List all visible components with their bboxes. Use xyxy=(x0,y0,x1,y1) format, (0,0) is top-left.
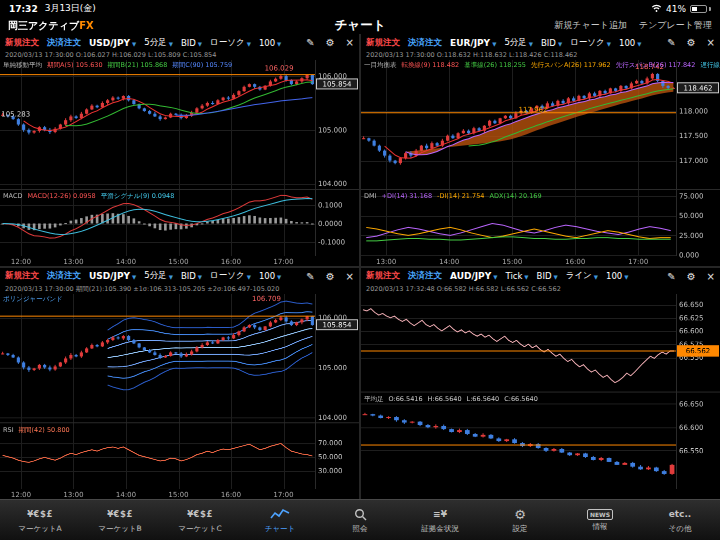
chart-style-dropdown[interactable]: ローソク▼ xyxy=(570,37,611,49)
tab-market-b[interactable]: ¥€$£ マーケットB xyxy=(80,500,160,540)
ohlc-info: 2020/03/13 17:30:00 O:118.632 H:118.632 … xyxy=(361,51,720,60)
tab-news[interactable]: NEWS 情報 xyxy=(560,500,640,540)
price-type-value: BID xyxy=(537,271,552,281)
chart-area[interactable]: 平均足O:66.5416H:66.5640L:66.5640C:66.5640 xyxy=(361,294,720,500)
template-manage-button[interactable]: テンプレート管理 xyxy=(639,19,712,32)
panel-close-icon[interactable]: × xyxy=(707,271,715,282)
add-chart-button[interactable]: 新規チャート追加 xyxy=(554,19,627,32)
timeframe-dropdown[interactable]: 5分足▼ xyxy=(504,37,533,49)
currency-icon: ¥€$£ xyxy=(107,507,133,522)
panel-close-icon[interactable]: × xyxy=(346,37,354,48)
price-type-dropdown[interactable]: BID▼ xyxy=(181,38,202,48)
panel-settings-icon[interactable]: ⚙ xyxy=(326,271,335,282)
price-type-dropdown[interactable]: BID▼ xyxy=(537,271,558,281)
chart-style-dropdown[interactable]: ライン▼ xyxy=(566,270,598,282)
panel-settings-icon[interactable]: ⚙ xyxy=(687,37,696,48)
chevron-down-icon: ▼ xyxy=(277,274,281,280)
clock: 17:32 xyxy=(9,4,38,14)
bar-count-dropdown[interactable]: 100▼ xyxy=(259,271,281,281)
style-value: ローソク xyxy=(210,270,245,282)
battery-percent: 41% xyxy=(666,4,686,14)
chevron-down-icon: ▼ xyxy=(247,40,251,46)
chart-style-dropdown[interactable]: ローソク▼ xyxy=(210,37,251,49)
new-order-link[interactable]: 新規注文 xyxy=(5,270,39,282)
close-order-link[interactable]: 決済注文 xyxy=(408,270,442,282)
chart-style-dropdown[interactable]: ローソク▼ xyxy=(210,270,251,282)
tab-label: マーケットC xyxy=(178,524,221,534)
new-order-link[interactable]: 新規注文 xyxy=(5,37,39,49)
price-type-value: BID xyxy=(181,271,196,281)
timeframe-value: Tick xyxy=(505,271,522,281)
battery-cap xyxy=(709,7,711,11)
chart-canvas[interactable] xyxy=(0,294,359,500)
tab-margin-status[interactable]: ≡¥ 証拠金状況 xyxy=(400,500,480,540)
tab-other[interactable]: etc.. その他 xyxy=(640,500,720,540)
edit-icon[interactable]: ✎ xyxy=(306,271,314,282)
chart-area[interactable]: 一目均衡表転換線(9) 118.482基準線(26) 118.255先行スパンA… xyxy=(361,60,720,266)
chevron-down-icon: ▼ xyxy=(594,274,598,280)
battery-fill xyxy=(692,7,697,11)
edit-icon[interactable]: ✎ xyxy=(667,271,675,282)
panel-settings-icon[interactable]: ⚙ xyxy=(326,37,335,48)
bar-count-dropdown[interactable]: 100▼ xyxy=(259,38,281,48)
pair-dropdown[interactable]: USD/JPY▼ xyxy=(89,38,136,48)
tab-label: 情報 xyxy=(593,522,608,532)
edit-icon[interactable]: ✎ xyxy=(667,37,675,48)
chart-canvas[interactable] xyxy=(361,294,720,500)
ohlc-info: 2020/03/13 17:32:48 O:66.582 H:66.582 L:… xyxy=(361,285,720,294)
bar-count-dropdown[interactable]: 100▼ xyxy=(606,271,628,281)
style-value: ローソク xyxy=(570,37,605,49)
pair-value: USD/JPY xyxy=(89,38,130,48)
close-order-link[interactable]: 決済注文 xyxy=(47,270,81,282)
chevron-down-icon: ▼ xyxy=(198,40,202,46)
count-value: 100 xyxy=(619,38,635,48)
chart-area[interactable]: ボリンジャーバンド RSI期間(42) 50.800 xyxy=(0,294,359,500)
chevron-down-icon: ▼ xyxy=(169,40,173,46)
new-order-link[interactable]: 新規注文 xyxy=(366,270,400,282)
tab-market-a[interactable]: ¥€$£ マーケットA xyxy=(0,500,80,540)
tab-label: マーケットA xyxy=(18,524,61,534)
panel-close-icon[interactable]: × xyxy=(346,271,354,282)
panel-toolbar: 新規注文 決済注文 EUR/JPY▼ 5分足▼ BID▼ ローソク▼ 100▼ … xyxy=(361,34,720,51)
tab-label: マーケットB xyxy=(98,524,141,534)
status-bar: 17:32 3月13日(金) 41% xyxy=(0,0,720,17)
chart-panel-eurjpy-5min: 新規注文 決済注文 EUR/JPY▼ 5分足▼ BID▼ ローソク▼ 100▼ … xyxy=(361,34,720,266)
close-order-link[interactable]: 決済注文 xyxy=(408,37,442,49)
count-value: 100 xyxy=(259,38,275,48)
timeframe-dropdown[interactable]: 5分足▼ xyxy=(144,270,173,282)
new-order-link[interactable]: 新規注文 xyxy=(366,37,400,49)
tab-label: 設定 xyxy=(513,524,528,534)
tab-inquiry[interactable]: 照会 xyxy=(320,500,400,540)
price-type-dropdown[interactable]: BID▼ xyxy=(181,271,202,281)
chart-area[interactable]: 単純移動平均期間A(5) 105.630期間B(21) 105.868期間C(9… xyxy=(0,60,359,266)
panel-settings-icon[interactable]: ⚙ xyxy=(687,271,696,282)
chart-canvas[interactable] xyxy=(361,60,720,266)
timeframe-dropdown[interactable]: Tick▼ xyxy=(505,271,528,281)
edit-icon[interactable]: ✎ xyxy=(306,37,314,48)
chart-canvas[interactable] xyxy=(0,60,359,266)
timeframe-value: 5分足 xyxy=(144,37,166,49)
panel-close-icon[interactable]: × xyxy=(707,37,715,48)
bottom-tab-bar: ¥€$£ マーケットA ¥€$£ マーケットB ¥€$£ マーケットC チャート… xyxy=(0,499,720,540)
pair-dropdown[interactable]: USD/JPY▼ xyxy=(89,271,136,281)
timeframe-dropdown[interactable]: 5分足▼ xyxy=(144,37,173,49)
tab-settings[interactable]: ⚙ 設定 xyxy=(480,500,560,540)
chevron-down-icon: ▼ xyxy=(637,40,641,46)
tab-label: 照会 xyxy=(353,524,368,534)
price-type-dropdown[interactable]: BID▼ xyxy=(541,38,562,48)
panel-toolbar: 新規注文 決済注文 USD/JPY▼ 5分足▼ BID▼ ローソク▼ 100▼ … xyxy=(0,34,359,51)
tab-market-c[interactable]: ¥€$£ マーケットC xyxy=(160,500,240,540)
app-screen: 17:32 3月13日(金) 41% 岡三アクティブFX チャート 新規チャート… xyxy=(0,0,720,540)
chart-panel-usdjpy-5min: 新規注文 決済注文 USD/JPY▼ 5分足▼ BID▼ ローソク▼ 100▼ … xyxy=(0,34,359,266)
status-date: 3月13日(金) xyxy=(45,2,96,15)
tab-chart[interactable]: チャート xyxy=(240,500,320,540)
pair-dropdown[interactable]: AUD/JPY▼ xyxy=(450,271,497,281)
price-type-value: BID xyxy=(541,38,556,48)
close-order-link[interactable]: 決済注文 xyxy=(47,37,81,49)
chevron-down-icon: ▼ xyxy=(493,274,497,280)
style-value: ローソク xyxy=(210,37,245,49)
count-value: 100 xyxy=(259,271,275,281)
ohlc-info: 2020/03/13 17:30:00 O:106.027 H:106.029 … xyxy=(0,51,359,60)
bar-count-dropdown[interactable]: 100▼ xyxy=(619,38,641,48)
pair-dropdown[interactable]: EUR/JPY▼ xyxy=(450,38,496,48)
